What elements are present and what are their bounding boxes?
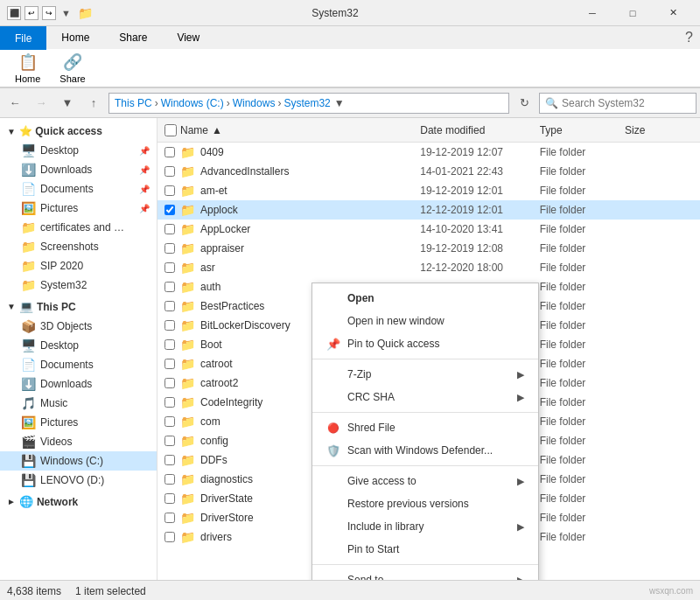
sidebar-item-pictures-pc[interactable]: 🖼️ Pictures xyxy=(0,413,157,432)
row-checkbox[interactable] xyxy=(164,166,175,177)
breadcrumb-windows[interactable]: Windows xyxy=(233,97,276,109)
row-checkbox[interactable] xyxy=(164,243,175,254)
table-row-selected[interactable]: 📁Applock 12-12-2019 12:01 File folder xyxy=(158,200,700,220)
row-checkbox[interactable] xyxy=(164,224,175,234)
col-header-type[interactable]: Type xyxy=(540,124,625,136)
row-checkbox[interactable] xyxy=(164,397,175,408)
refresh-button[interactable]: ↻ xyxy=(513,92,536,115)
row-checkbox[interactable] xyxy=(164,513,175,523)
row-checkbox[interactable] xyxy=(164,262,175,273)
breadcrumb-system32[interactable]: System32 xyxy=(284,97,330,109)
search-input[interactable] xyxy=(562,97,690,109)
ctx-7zip[interactable]: 7-Zip ▶ xyxy=(312,363,538,386)
sidebar-item-downloads-quick[interactable]: ⬇️ Downloads 📌 xyxy=(0,160,157,179)
ctx-send-to[interactable]: Send to ▶ xyxy=(312,569,538,580)
sidebar-item-system32-quick[interactable]: 📁 System32 xyxy=(0,276,157,295)
row-checkbox[interactable] xyxy=(164,205,175,215)
ctx-pin-quick-access[interactable]: 📌 Pin to Quick access xyxy=(312,332,538,355)
back-button[interactable]: ← xyxy=(4,92,26,115)
shred-icon: 🔴 xyxy=(326,421,340,435)
row-checkbox[interactable] xyxy=(164,359,175,369)
row-checkbox[interactable] xyxy=(164,378,175,388)
ctx-crcsha[interactable]: CRC SHA ▶ xyxy=(312,386,538,408)
sidebar-item-lenovo-d[interactable]: 💾 LENOVO (D:) xyxy=(0,471,157,490)
file-type: File folder xyxy=(540,319,625,331)
breadcrumb-windows-c[interactable]: Windows (C:) xyxy=(161,97,224,109)
col-header-size[interactable]: Size xyxy=(625,124,693,136)
row-checkbox[interactable] xyxy=(164,436,175,446)
table-row[interactable]: 📁0409 19-12-2019 12:07 File folder xyxy=(158,143,700,162)
row-checkbox[interactable] xyxy=(164,532,175,542)
tab-home[interactable]: Home xyxy=(46,26,104,49)
ctx-include-library[interactable]: Include in library ▶ xyxy=(312,515,538,538)
forward-button[interactable]: → xyxy=(30,92,52,115)
help-icon[interactable]: ? xyxy=(685,30,693,45)
sidebar-item-screenshots[interactable]: 📁 Screenshots xyxy=(0,237,157,256)
col-header-date[interactable]: Date modified xyxy=(420,124,539,136)
quick-access-header[interactable]: ▼ ⭐ Quick access xyxy=(0,122,157,141)
ribbon-home-btn[interactable]: 📋 Home xyxy=(7,48,48,88)
sidebar-item-desktop-quick[interactable]: 🖥️ Desktop 📌 xyxy=(0,141,157,160)
maximize-button[interactable]: □ xyxy=(612,0,653,26)
tab-share[interactable]: Share xyxy=(104,26,162,49)
tab-view[interactable]: View xyxy=(162,26,214,49)
up-button[interactable]: ↑ xyxy=(82,92,105,115)
ribbon-share-btn[interactable]: 🔗 Share xyxy=(52,48,93,88)
sidebar-item-windows-c[interactable]: 💾 Windows (C:) xyxy=(0,451,157,471)
breadcrumb-dropdown[interactable]: ▼ xyxy=(334,97,345,109)
row-checkbox[interactable] xyxy=(164,147,175,157)
sidebar-item-3dobjects[interactable]: 📦 3D Objects xyxy=(0,317,157,336)
breadcrumb-this-pc[interactable]: This PC xyxy=(115,97,152,109)
file-name: config xyxy=(200,435,228,447)
this-pc-header[interactable]: ▼ 💻 This PC xyxy=(0,297,157,317)
title-dropdown-arrow[interactable]: ▼ xyxy=(61,8,71,18)
close-button[interactable]: ✕ xyxy=(653,0,693,26)
row-checkbox[interactable] xyxy=(164,339,175,350)
sidebar-item-documents-quick[interactable]: 📄 Documents 📌 xyxy=(0,179,157,199)
minimize-button[interactable]: ─ xyxy=(572,0,612,26)
row-checkbox[interactable] xyxy=(164,320,175,331)
sidebar-item-downloads-pc[interactable]: ⬇️ Downloads xyxy=(0,374,157,394)
status-bar: 4,638 items 1 item selected wsxqn.com xyxy=(0,580,700,600)
address-path[interactable]: This PC › Windows (C:) › Windows › Syste… xyxy=(108,93,509,114)
search-box[interactable]: 🔍 xyxy=(539,93,696,114)
ctx-open[interactable]: Open xyxy=(312,287,538,310)
network-header[interactable]: ► 🌐 Network xyxy=(0,492,157,512)
ctx-open-new-window[interactable]: Open in new window xyxy=(312,310,538,332)
table-row[interactable]: 📁am-et 19-12-2019 12:01 File folder xyxy=(158,181,700,200)
row-checkbox[interactable] xyxy=(164,282,175,292)
file-name: DriverStore xyxy=(200,512,254,524)
quick-access-toolbar-icon[interactable]: ⬛ xyxy=(7,6,21,20)
recent-locations-button[interactable]: ▼ xyxy=(56,92,79,115)
ctx-restore-versions[interactable]: Restore previous versions xyxy=(312,492,538,515)
row-checkbox[interactable] xyxy=(164,455,175,465)
table-row[interactable]: 📁AppLocker 14-10-2020 13:41 File folder xyxy=(158,220,700,239)
lenovo-d-icon: 💾 xyxy=(21,473,35,487)
row-checkbox[interactable] xyxy=(164,185,175,196)
table-row[interactable]: 📁asr 12-12-2020 18:00 File folder xyxy=(158,258,700,277)
ctx-pin-start[interactable]: Pin to Start xyxy=(312,538,538,561)
sidebar-item-certificates[interactable]: 📁 certificates and offe xyxy=(0,218,157,237)
table-row[interactable]: 📁AdvancedInstallers 14-01-2021 22:43 Fil… xyxy=(158,162,700,181)
videos-icon: 🎬 xyxy=(21,435,35,449)
row-checkbox[interactable] xyxy=(164,301,175,311)
row-checkbox[interactable] xyxy=(164,416,175,427)
sidebar-item-videos[interactable]: 🎬 Videos xyxy=(0,432,157,451)
ctx-scan-defender[interactable]: 🛡️ Scan with Windows Defender... xyxy=(312,439,538,462)
row-checkbox[interactable] xyxy=(164,493,175,504)
sidebar-item-desktop-pc[interactable]: 🖥️ Desktop xyxy=(0,336,157,355)
tab-file[interactable]: File xyxy=(0,26,46,50)
undo-icon[interactable]: ↩ xyxy=(24,6,38,20)
sidebar-item-documents-pc[interactable]: 📄 Documents xyxy=(0,355,157,374)
row-checkbox[interactable] xyxy=(164,474,175,485)
sidebar-item-pictures-quick[interactable]: 🖼️ Pictures 📌 xyxy=(0,199,157,218)
select-all-checkbox[interactable] xyxy=(164,124,177,136)
sidebar-item-sip2020[interactable]: 📁 SIP 2020 xyxy=(0,256,157,276)
col-header-name[interactable]: Name ▲ xyxy=(164,124,420,136)
ctx-shred[interactable]: 🔴 Shred File xyxy=(312,416,538,439)
sidebar-item-music[interactable]: 🎵 Music xyxy=(0,394,157,413)
table-row[interactable]: 📁appraiser 19-12-2019 12:08 File folder xyxy=(158,239,700,258)
ctx-give-access[interactable]: Give access to ▶ xyxy=(312,470,538,492)
title-bar-icons: ⬛ ↩ ↪ ▼ xyxy=(7,6,71,20)
redo-icon[interactable]: ↪ xyxy=(42,6,56,20)
